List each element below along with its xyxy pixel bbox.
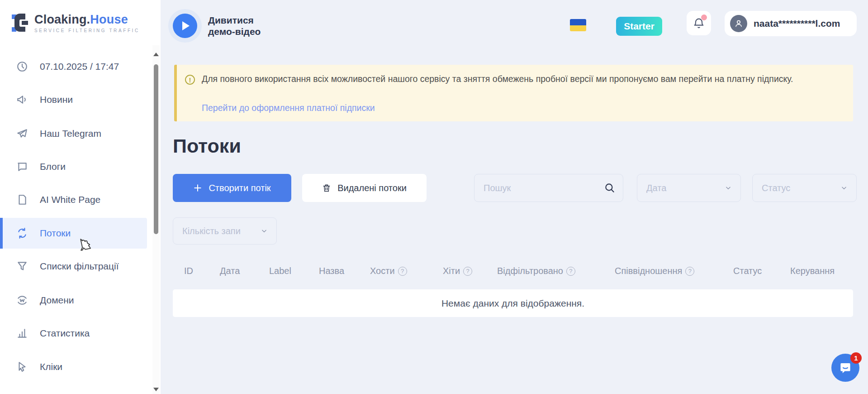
- col-filtered: Відфільтровано?: [497, 266, 575, 276]
- sidebar-scrollbar[interactable]: [152, 45, 160, 394]
- chevron-down-icon: [725, 185, 731, 191]
- sidebar-item-label: Домени: [40, 295, 74, 306]
- table-empty-state: Немає даних для відображення.: [173, 289, 853, 317]
- sidebar-item-news[interactable]: Новини: [0, 84, 147, 115]
- sidebar-item-blogs[interactable]: Блоги: [0, 151, 147, 182]
- plus-icon: [193, 183, 202, 192]
- col-hits: Хіти?: [443, 266, 472, 276]
- warning-icon: !: [185, 75, 195, 85]
- user-menu[interactable]: naata**********l.com: [725, 11, 857, 36]
- records-count-dropdown[interactable]: Кількість запи: [173, 217, 277, 245]
- chat-smile-icon: [839, 361, 852, 375]
- col-label: Label: [269, 266, 291, 276]
- clock-icon: [16, 61, 28, 72]
- scroll-down-arrow[interactable]: [153, 388, 159, 391]
- help-icon[interactable]: ?: [463, 267, 472, 276]
- chat-bubble-icon: [16, 161, 28, 173]
- date-filter-dropdown[interactable]: Дата: [637, 174, 741, 202]
- help-icon[interactable]: ?: [398, 267, 407, 276]
- page-title: Потоки: [173, 135, 241, 157]
- col-status: Статус: [733, 266, 762, 276]
- avatar: [730, 15, 747, 32]
- search-input[interactable]: [484, 174, 601, 202]
- chat-unread-badge: 1: [850, 352, 862, 364]
- sidebar-item-datetime: 07.10.2025 / 17:47: [0, 51, 147, 82]
- sidebar-item-label: Потоки: [40, 228, 71, 239]
- globe-w-icon: [16, 294, 28, 306]
- sidebar-item-ai-white-page[interactable]: AI White Page: [0, 184, 147, 215]
- brand-name: Cloaking.House: [34, 13, 140, 27]
- sidebar-item-label: Кліки: [40, 361, 62, 372]
- subscribe-link[interactable]: Перейти до оформлення платної підписки: [202, 103, 375, 113]
- sidebar-item-label: 07.10.2025 / 17:47: [40, 61, 119, 72]
- flows-table-header: ID Дата Label Назва Хости? Хіти? Відфіль…: [173, 260, 853, 283]
- sidebar-item-telegram[interactable]: Наш Telegram: [0, 118, 147, 149]
- sidebar-item-flows[interactable]: Потоки: [0, 218, 147, 249]
- brand-logo-icon: [12, 12, 29, 34]
- plan-badge[interactable]: Starter: [616, 17, 662, 36]
- sidebar-item-domains[interactable]: Домени: [0, 285, 147, 316]
- sync-icon: [16, 227, 28, 239]
- notifications-button[interactable]: [687, 11, 711, 35]
- play-icon: [182, 21, 190, 30]
- help-icon[interactable]: ?: [566, 267, 575, 276]
- sidebar-item-label: AI White Page: [40, 194, 100, 205]
- chevron-down-icon: [261, 228, 267, 234]
- megaphone-icon: [16, 94, 28, 106]
- notification-dot: [701, 14, 707, 20]
- search-icon[interactable]: [604, 182, 616, 194]
- funnel-icon: [16, 260, 28, 272]
- cursor-icon: [16, 361, 28, 373]
- scrollbar-thumb[interactable]: [154, 64, 158, 234]
- col-actions: Керування: [790, 266, 835, 276]
- col-ratio: Співвідношення?: [615, 266, 694, 276]
- sidebar-item-label: Наш Telegram: [40, 128, 101, 139]
- scroll-up-arrow[interactable]: [153, 53, 159, 56]
- deleted-flows-button[interactable]: Видалені потоки: [302, 174, 427, 202]
- language-flag-ukraine[interactable]: [570, 19, 586, 31]
- col-hosts: Хости?: [370, 266, 407, 276]
- sidebar-item-label: Блоги: [40, 161, 66, 172]
- sidebar-item-clicks[interactable]: Кліки: [0, 351, 147, 382]
- chevron-down-icon: [841, 185, 847, 191]
- sidebar-item-statistics[interactable]: Статистика: [0, 318, 147, 349]
- demo-video-label[interactable]: Дивитися демо-відео: [208, 14, 261, 37]
- status-filter-dropdown[interactable]: Статус: [752, 174, 857, 202]
- trial-warning-banner: ! Для повного використання всіх можливос…: [174, 65, 853, 121]
- sidebar-item-label: Новини: [40, 94, 73, 105]
- search-box: [474, 174, 623, 202]
- telegram-icon: [16, 128, 28, 139]
- brand-tagline: SERVICE FILTERING TRAFFIC: [34, 28, 140, 33]
- col-date: Дата: [220, 266, 240, 276]
- create-flow-button[interactable]: Створити потік: [173, 174, 291, 202]
- col-name: Назва: [319, 266, 344, 276]
- col-id: ID: [184, 266, 193, 276]
- banner-text: Для повного використання всіх можливосте…: [202, 73, 844, 85]
- sidebar-item-label: Статистика: [40, 328, 90, 339]
- sidebar-item-filter-lists[interactable]: Списки фільтрації: [0, 251, 147, 282]
- bar-chart-icon: [16, 327, 28, 339]
- demo-video-play-button[interactable]: [173, 14, 197, 38]
- sidebar: Cloaking.House SERVICE FILTERING TRAFFIC…: [0, 0, 161, 394]
- trash-icon: [322, 183, 331, 193]
- help-icon[interactable]: ?: [685, 267, 694, 276]
- person-icon: [734, 19, 744, 29]
- sidebar-item-label: Списки фільтрації: [40, 261, 119, 272]
- page-icon: [16, 194, 28, 206]
- brand-logo[interactable]: Cloaking.House SERVICE FILTERING TRAFFIC: [12, 12, 140, 34]
- user-email: naata**********l.com: [754, 18, 840, 29]
